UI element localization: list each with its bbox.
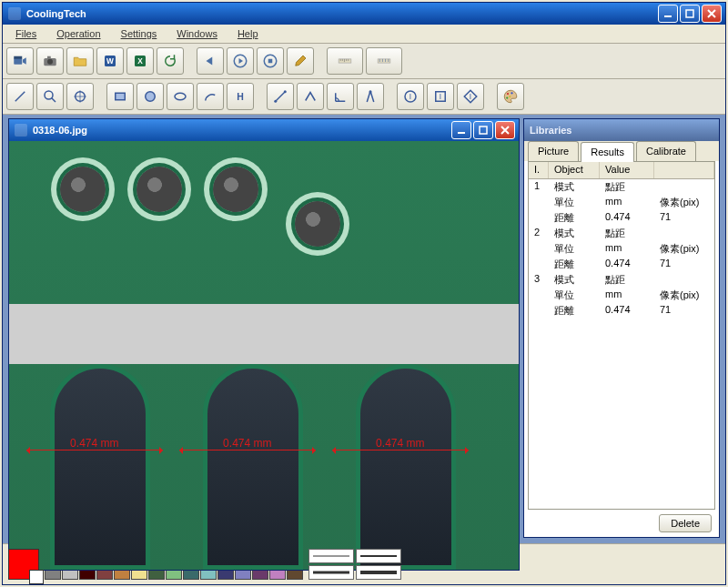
pen-size-3[interactable] [308, 565, 354, 580]
delete-button[interactable]: Delete [659, 514, 712, 532]
camera-icon[interactable] [36, 47, 64, 75]
stop-icon[interactable] [257, 47, 284, 75]
angle-tool-icon[interactable] [327, 83, 354, 110]
zoom-tool-icon[interactable] [36, 83, 64, 110]
info-square-icon[interactable]: I [427, 83, 454, 110]
h-text-tool-icon[interactable]: H [227, 83, 254, 110]
results-row[interactable]: 3模式點距 [529, 272, 714, 288]
maximize-button[interactable] [680, 5, 700, 23]
toolbar-tools: H I I I [3, 79, 725, 115]
svg-line-25 [15, 92, 25, 102]
measurement-2-label: 0.474 mm [223, 437, 271, 450]
image-file-icon [15, 124, 27, 137]
measurement-3[interactable]: 0.474 mm [330, 450, 476, 450]
minimize-button[interactable] [658, 5, 678, 23]
menu-help[interactable]: Help [228, 26, 268, 41]
svg-line-35 [276, 92, 286, 102]
col-object[interactable]: Object [549, 162, 600, 178]
results-row[interactable]: 2模式點距 [529, 226, 714, 241]
ellipse-tool-icon[interactable] [167, 83, 194, 110]
menu-windows[interactable]: Windows [167, 26, 227, 41]
scale-icon[interactable] [327, 47, 363, 75]
pen-size-2[interactable] [356, 549, 401, 563]
image-maximize-button[interactable] [473, 121, 493, 139]
svg-text:I: I [470, 93, 471, 101]
tab-calibrate[interactable]: Calibrate [636, 141, 696, 161]
menu-settings[interactable]: Settings [112, 26, 167, 41]
refresh-icon[interactable] [157, 47, 184, 75]
pen-size-1[interactable] [308, 549, 354, 563]
image-window-titlebar[interactable]: 0318-06.jpg [9, 119, 519, 141]
measurement-1[interactable]: 0.474 mm [25, 450, 170, 450]
results-row[interactable]: 單位mm像素(pix) [529, 241, 714, 257]
measure-tool-icon[interactable] [267, 83, 294, 110]
libraries-titlebar[interactable]: Libraries [524, 119, 719, 141]
pen-size-4[interactable] [356, 565, 401, 580]
target-tool-icon[interactable] [66, 83, 94, 110]
libraries-panel: Libraries Picture Results Calibrate I. O… [523, 118, 720, 538]
calibrate-icon[interactable] [366, 47, 402, 75]
image-window: 0318-06.jpg 0.474 mm 0.474 mm [8, 118, 520, 571]
col-index[interactable]: I. [529, 162, 549, 178]
video-icon[interactable] [6, 47, 34, 75]
close-button[interactable] [702, 5, 722, 23]
info-diamond-icon[interactable]: I [457, 83, 484, 110]
pcb-image [9, 141, 519, 570]
excel-icon[interactable]: X [126, 47, 154, 75]
results-row[interactable]: 單位mm像素(pix) [529, 195, 714, 210]
measurement-2[interactable]: 0.474 mm [177, 450, 323, 450]
rectangle-tool-icon[interactable] [106, 83, 134, 110]
settings-icon[interactable] [287, 47, 314, 75]
app-titlebar[interactable]: CoolingTech [3, 3, 725, 25]
results-row[interactable]: 距離0.47471 [529, 303, 714, 319]
app-icon [8, 7, 21, 20]
arc-tool-icon[interactable] [197, 83, 224, 110]
menu-files[interactable]: Files [6, 26, 46, 41]
image-canvas[interactable]: 0.474 mm 0.474 mm 0.474 mm [9, 141, 519, 570]
mdi-client-area: 0318-06.jpg 0.474 mm 0.474 mm [3, 115, 725, 543]
compass-tool-icon[interactable] [357, 83, 384, 110]
tab-results[interactable]: Results [581, 142, 634, 162]
measure2-tool-icon[interactable] [297, 83, 324, 110]
info-circle-icon[interactable]: I [397, 83, 424, 110]
svg-point-32 [146, 92, 156, 102]
results-row[interactable]: 單位mm像素(pix) [529, 288, 714, 303]
folder-icon[interactable] [66, 47, 94, 75]
prev-icon[interactable] [197, 47, 224, 75]
svg-point-44 [507, 93, 509, 95]
results-list[interactable]: I. Object Value 1模式點距單位mm像素(pix)距離0.4747… [528, 161, 715, 510]
svg-rect-3 [14, 56, 22, 59]
svg-text:X: X [137, 57, 143, 66]
svg-rect-2 [14, 58, 22, 65]
line-tool-icon[interactable] [6, 83, 34, 110]
circle-tool-icon[interactable] [136, 83, 164, 110]
menu-operation[interactable]: Operation [47, 26, 109, 41]
app-window: CoolingTech Files Operation Settings Win… [2, 2, 726, 585]
svg-point-37 [284, 90, 287, 93]
col-value[interactable]: Value [600, 162, 654, 178]
svg-point-33 [175, 93, 186, 100]
current-color-indicator[interactable] [8, 549, 39, 580]
measurement-3-label: 0.474 mm [376, 437, 424, 450]
image-minimize-button[interactable] [451, 121, 471, 139]
libraries-title: Libraries [530, 125, 571, 136]
col-value2[interactable] [654, 162, 714, 178]
svg-text:H: H [237, 91, 244, 102]
results-header: I. Object Value [529, 162, 714, 179]
word-icon[interactable]: W [96, 47, 124, 75]
image-close-button[interactable] [495, 121, 515, 139]
svg-point-47 [509, 96, 511, 97]
results-row[interactable]: 距離0.47471 [529, 257, 714, 272]
svg-line-27 [52, 98, 56, 103]
color-palette-icon[interactable] [497, 83, 524, 110]
results-row[interactable]: 距離0.47471 [529, 210, 714, 226]
tab-picture[interactable]: Picture [528, 141, 579, 161]
svg-rect-49 [480, 127, 487, 134]
svg-point-5 [47, 59, 53, 65]
svg-point-45 [511, 92, 512, 94]
svg-rect-1 [686, 10, 693, 17]
play-icon[interactable] [227, 47, 254, 75]
results-row[interactable]: 1模式點距 [529, 179, 714, 195]
libraries-tabs: Picture Results Calibrate [524, 141, 719, 161]
svg-point-38 [369, 90, 372, 93]
